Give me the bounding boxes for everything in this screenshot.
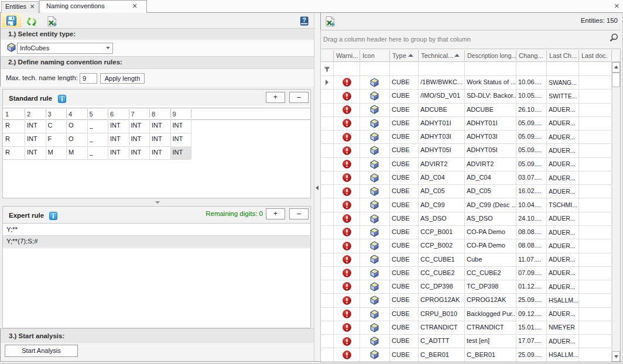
- svg-text:?: ?: [303, 17, 306, 23]
